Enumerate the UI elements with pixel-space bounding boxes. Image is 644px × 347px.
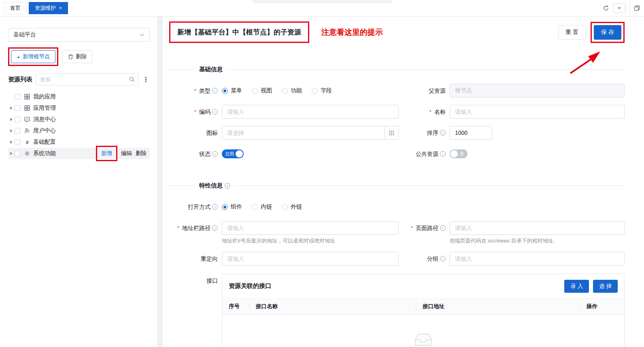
save-button[interactable]: 保 存 (594, 25, 621, 40)
caret-glyph (618, 7, 621, 11)
open-mode-label: 打开方式 (188, 200, 218, 214)
delete-label: 删除 (76, 53, 87, 60)
browser-pill (252, 0, 392, 3)
reset-button[interactable]: 重 置 (558, 25, 586, 40)
refresh-icon[interactable] (603, 5, 609, 11)
tree-checkbox[interactable] (15, 117, 20, 122)
expander-icon[interactable] (8, 118, 15, 121)
page-path-field[interactable] (450, 221, 625, 235)
address-path-helper: 地址栏#号后显示的地址，可以是相对或绝对地址 (222, 238, 399, 245)
tree-node-label[interactable]: 系统功能 (33, 150, 56, 157)
chevron-down-icon[interactable] (613, 3, 625, 13)
tree-row-system-functions[interactable]: 系统功能 新增 编辑 删除 (8, 148, 150, 159)
tree-action-add[interactable]: 新增 (101, 150, 112, 156)
tree-row[interactable]: 基础配置 (8, 136, 150, 148)
delete-button[interactable]: 删除 (62, 50, 92, 63)
toggle-knob (451, 150, 458, 158)
plus-icon (17, 53, 20, 60)
more-options-icon[interactable] (142, 76, 150, 83)
expander-icon[interactable] (8, 106, 15, 110)
info-icon (440, 256, 446, 262)
address-path-field[interactable] (222, 221, 399, 235)
tree-row[interactable]: 我的应用 (8, 91, 150, 102)
tree-checkbox[interactable] (15, 128, 20, 134)
expander-icon[interactable] (8, 129, 15, 132)
trash-icon (68, 54, 73, 60)
annotation-box-save: 保 存 (591, 22, 625, 43)
tab-home[interactable]: 首页 (4, 2, 27, 14)
tree-row[interactable]: 用户中心 (8, 125, 150, 136)
search-input[interactable] (40, 77, 129, 83)
tree-node-label[interactable]: 用户中心 (33, 127, 56, 134)
tree-node-label[interactable]: 消息中心 (33, 116, 56, 123)
sort-label: 排序 (427, 126, 446, 140)
annotation-box-add-action: 新增 (96, 146, 117, 161)
tree-checkbox[interactable] (15, 94, 20, 100)
page-path-helper: 前端页面代码在 src/views 目录下的相对地址. (450, 238, 625, 245)
code-label: 编码 (194, 105, 218, 119)
tree-search[interactable] (36, 73, 138, 85)
redirect-field[interactable] (222, 252, 399, 266)
tree-checkbox[interactable] (15, 139, 20, 145)
tree-node-label[interactable]: 基础配置 (33, 138, 56, 146)
api-table: 序号 接口名称 接口地址 操作 暂无数据 (222, 298, 624, 347)
code-field[interactable] (222, 105, 399, 119)
public-resource-label: 公共资源 (416, 147, 446, 161)
radio-open-external-link[interactable]: 外链 (282, 203, 302, 211)
resource-tree: 我的应用 应用管理 消息中心 用户中心 (8, 91, 150, 159)
tree-checkbox[interactable] (15, 105, 20, 111)
tree-node-label[interactable]: 应用管理 (33, 104, 56, 112)
expander-icon[interactable] (8, 152, 15, 155)
tree-action-delete[interactable]: 删除 (136, 150, 147, 157)
parent-resource-label: 父资源 (429, 84, 446, 98)
hash-icon (23, 139, 31, 145)
radio-type-field[interactable]: 字段 (312, 87, 332, 94)
status-toggle-label: 启用 (225, 151, 234, 157)
info-icon (212, 151, 218, 157)
tree-checkbox[interactable] (15, 151, 20, 156)
tree-action-edit[interactable]: 编辑 (121, 150, 132, 157)
public-toggle-label: 否 (459, 151, 464, 157)
info-icon (225, 183, 230, 189)
close-icon[interactable] (59, 6, 62, 11)
platform-select[interactable]: 基础平台 (8, 28, 150, 42)
radio-type-view[interactable]: 视图 (252, 87, 272, 94)
col-operation: 操作 (580, 303, 624, 310)
radio-open-component[interactable]: 组件 (222, 203, 242, 211)
api-enter-button[interactable]: 录 入 (564, 280, 589, 293)
page-path-label: 页面路径 (411, 221, 446, 235)
tree-node-label[interactable]: 我的应用 (33, 93, 56, 100)
add-root-label: 新增根节点 (23, 53, 50, 60)
open-mode-radio-group: 组件 内链 外链 (222, 200, 399, 214)
radio-type-function[interactable]: 功能 (282, 87, 302, 94)
info-icon (440, 151, 446, 157)
resource-list-title: 资源列表 (8, 76, 32, 83)
name-field[interactable] (450, 105, 625, 119)
annotation-box-title: 新增【基础平台】中【根节点】的子资源 (169, 21, 309, 43)
group-field[interactable] (450, 252, 625, 266)
apps-grid-icon (23, 105, 31, 111)
tab-resource-label: 资源维护 (35, 4, 56, 12)
status-toggle[interactable]: 启用 (222, 149, 244, 158)
parent-resource-field (450, 84, 625, 98)
tab-resource-maintenance[interactable]: 资源维护 (29, 2, 68, 14)
empty-state: 暂无数据 (222, 332, 624, 347)
add-root-node-button[interactable]: 新增根节点 (11, 50, 55, 63)
resource-form-panel: 新增【基础平台】中【根节点】的子资源 注意看这里的提示 重 置 保 存 基础信息 (163, 17, 644, 347)
api-choose-button[interactable]: 选 择 (593, 280, 618, 293)
icon-field[interactable] (222, 126, 385, 139)
sort-field[interactable] (450, 126, 492, 140)
status-label: 状态 (199, 147, 218, 161)
expander-icon[interactable] (8, 141, 15, 144)
tree-row[interactable]: 应用管理 (8, 102, 150, 114)
resource-sidebar: 基础平台 新增根节点 删除 资源列表 (0, 17, 157, 347)
public-resource-toggle[interactable]: 否 (450, 149, 468, 158)
radio-type-menu[interactable]: 菜单 (222, 87, 242, 94)
col-seq: 序号 (222, 303, 249, 310)
annotation-note: 注意看这里的提示 (321, 27, 383, 38)
tree-row[interactable]: 消息中心 (8, 114, 150, 125)
radio-open-internal-link[interactable]: 内链 (252, 203, 272, 211)
tab-home-label: 首页 (10, 4, 21, 12)
icon-grid-picker-icon[interactable] (385, 126, 398, 139)
window-restore-icon[interactable] (634, 5, 640, 11)
